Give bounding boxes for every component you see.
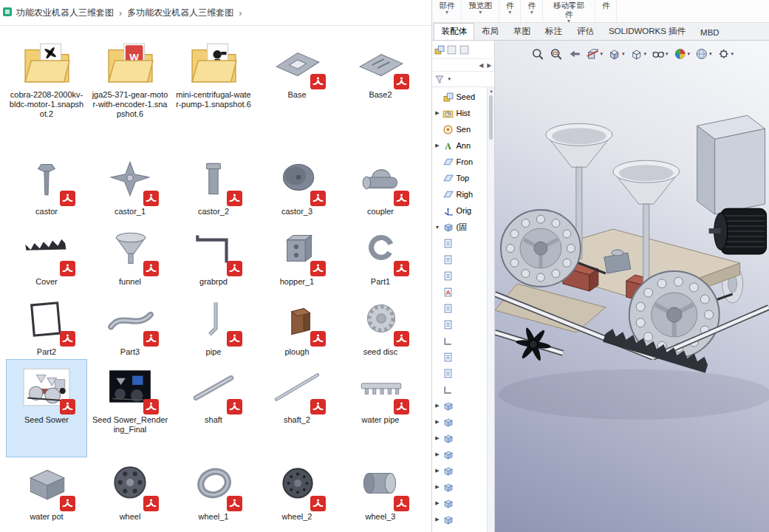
tree-item[interactable]: Righ xyxy=(432,186,494,202)
tab-assembly[interactable]: 装配体 xyxy=(434,23,474,40)
file-item[interactable]: Wjga25-371-gear-motor-with-encoder-1.sna… xyxy=(90,35,170,151)
filter-funnel-icon[interactable] xyxy=(434,74,445,85)
scroll-right-icon[interactable]: ▶ xyxy=(487,62,491,69)
tree-item[interactable]: Top xyxy=(432,170,494,186)
scroll-left-icon[interactable]: ◀ xyxy=(479,62,483,69)
graphics-viewport[interactable]: ▾▾▾▾▾▾▾ xyxy=(495,41,769,532)
scroll-up-icon[interactable]: ▴ xyxy=(488,87,494,95)
tree-item[interactable] xyxy=(432,300,494,316)
expander-icon[interactable]: ▶ xyxy=(434,435,440,441)
file-item[interactable]: coupler xyxy=(341,151,420,222)
tree-item[interactable]: Orig xyxy=(432,202,494,219)
property-manager-tab-icon[interactable] xyxy=(446,44,457,55)
file-item[interactable]: water pot xyxy=(7,457,86,532)
hide-show-items-icon[interactable]: ▾ xyxy=(652,47,669,61)
file-item[interactable]: mini-centrifugal-water-pump-1.snapshot.6 xyxy=(174,35,253,151)
tree-item[interactable] xyxy=(432,267,494,284)
zoom-area-icon[interactable] xyxy=(549,47,562,61)
tree-item[interactable]: ▶ xyxy=(432,398,494,414)
expander-icon[interactable]: ▶ xyxy=(434,516,440,522)
expander-icon[interactable]: ▼ xyxy=(434,225,440,230)
file-item[interactable]: Cover xyxy=(7,222,86,292)
tree-item[interactable]: Fron xyxy=(432,154,494,170)
tree-item[interactable]: A xyxy=(432,284,494,300)
tab-markup[interactable]: 标注 xyxy=(538,23,570,40)
tree-item[interactable]: ▶ xyxy=(432,430,494,446)
tree-item[interactable]: ▶Hist xyxy=(432,105,494,121)
file-item[interactable]: castor xyxy=(7,151,86,222)
file-item[interactable]: pipe xyxy=(174,292,253,360)
display-style-icon[interactable]: ▾ xyxy=(629,47,646,61)
file-item[interactable]: shaft_2 xyxy=(257,360,337,457)
tree-item[interactable]: ▶ xyxy=(432,511,494,528)
expander-icon[interactable]: ▶ xyxy=(434,451,440,457)
file-item[interactable]: castor_1 xyxy=(90,151,170,222)
apply-scene-icon[interactable]: ▾ xyxy=(695,47,712,61)
tree-item[interactable] xyxy=(432,381,494,398)
tree-item[interactable] xyxy=(432,251,494,267)
tab-mbd[interactable]: MBD xyxy=(693,25,727,40)
expander-icon[interactable]: ▶ xyxy=(434,110,440,116)
ribbon-item-preview[interactable]: 预览图▾ xyxy=(462,0,499,22)
file-item[interactable]: wheel xyxy=(90,457,170,532)
file-item[interactable]: Seed Sower_Rendering_Final xyxy=(90,360,170,457)
expander-icon[interactable]: ▶ xyxy=(434,484,440,490)
tree-item[interactable] xyxy=(432,235,494,251)
file-item[interactable]: Part1 xyxy=(341,222,420,292)
file-item[interactable]: wheel_1 xyxy=(174,457,253,532)
file-item[interactable]: castor_3 xyxy=(257,151,337,222)
tree-item[interactable]: ▶ xyxy=(432,495,494,511)
file-item[interactable]: Part2 xyxy=(7,292,86,360)
tree-item[interactable]: Sen xyxy=(432,121,494,137)
zoom-fit-icon[interactable] xyxy=(530,47,544,61)
file-item[interactable]: hopper_1 xyxy=(257,222,337,292)
file-item[interactable]: castor_2 xyxy=(174,151,253,222)
view-settings-icon[interactable]: ▾ xyxy=(717,47,734,61)
tree-item[interactable]: ▼(固 xyxy=(432,219,494,235)
chevron-down-icon[interactable]: ▾ xyxy=(448,76,451,82)
tree-item[interactable] xyxy=(432,316,494,332)
tab-addins[interactable]: SOLIDWORKS 插件 xyxy=(601,23,693,40)
tree-item[interactable]: ▶ xyxy=(432,414,494,430)
tree-item[interactable] xyxy=(432,365,494,381)
expander-icon[interactable]: ▶ xyxy=(434,468,440,474)
view-orientation-icon[interactable]: ▾ xyxy=(608,47,625,61)
breadcrumb-segment[interactable]: 功能农业机器人三维套图 xyxy=(16,7,114,19)
tree-item[interactable]: Seed xyxy=(432,89,494,105)
scrollbar-thumb[interactable] xyxy=(489,95,493,140)
file-item[interactable]: Part3 xyxy=(90,292,170,360)
section-view-icon[interactable]: ▾ xyxy=(586,47,603,61)
file-item[interactable]: seed disc xyxy=(341,292,420,360)
ribbon-item-item-b[interactable]: 件▾ xyxy=(521,0,543,22)
tree-item[interactable]: ▶ xyxy=(432,446,494,463)
file-item[interactable]: water pipe xyxy=(341,360,420,457)
tab-sketch[interactable]: 草图 xyxy=(506,23,538,40)
configuration-manager-tab-icon[interactable] xyxy=(459,44,470,55)
file-item[interactable]: Base xyxy=(257,35,337,151)
expander-icon[interactable]: ▶ xyxy=(434,403,440,409)
tree-item[interactable] xyxy=(432,332,494,349)
edit-appearance-icon[interactable]: ▾ xyxy=(673,47,690,61)
file-item[interactable]: wheel_2 xyxy=(257,457,337,532)
tab-layout[interactable]: 布局 xyxy=(474,23,506,40)
ribbon-item-move-component[interactable]: 移动零部件▾ xyxy=(543,0,595,22)
file-item[interactable]: funnel xyxy=(90,222,170,292)
file-item[interactable]: grabrpd xyxy=(174,222,253,292)
file-item[interactable]: plough xyxy=(257,292,337,360)
tree-item[interactable]: ▶AAnn xyxy=(432,137,494,154)
tree-item[interactable]: ▶ xyxy=(432,463,494,479)
expander-icon[interactable]: ▶ xyxy=(434,143,440,149)
tree-item[interactable] xyxy=(432,349,494,365)
feature-manager-tab-icon[interactable] xyxy=(434,44,445,55)
breadcrumb-segment[interactable]: 多功能农业机器人三维套图 xyxy=(127,7,233,19)
file-item[interactable]: Seed Sower xyxy=(7,360,86,457)
tree-item[interactable]: ▶ xyxy=(432,479,494,495)
tree-scrollbar[interactable]: ▴ xyxy=(487,87,494,532)
previous-view-icon[interactable] xyxy=(567,47,581,61)
expander-icon[interactable]: ▶ xyxy=(434,500,440,506)
file-item[interactable]: shaft xyxy=(174,360,253,457)
ribbon-item-item-c[interactable]: 件 xyxy=(595,0,618,22)
file-item[interactable]: Base2 xyxy=(341,35,420,151)
expander-icon[interactable]: ▶ xyxy=(434,419,440,425)
tab-evaluate[interactable]: 评估 xyxy=(570,23,601,40)
